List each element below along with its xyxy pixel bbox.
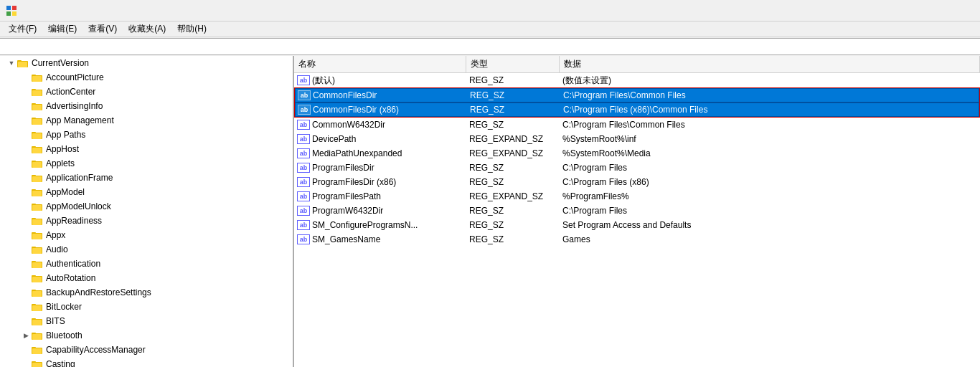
cell-data: C:\Program Files xyxy=(560,204,980,218)
tree-expander[interactable]: ▼ xyxy=(6,57,17,69)
tree-item[interactable]: BitLocker xyxy=(0,300,293,314)
folder-icon xyxy=(32,144,43,154)
tree-expander[interactable] xyxy=(20,129,32,140)
tree-item[interactable]: App Management xyxy=(0,113,293,128)
tree-expander[interactable] xyxy=(20,143,32,155)
table-row[interactable]: abCommonFilesDir (x86)REG_SZC:\Program F… xyxy=(295,103,979,117)
cell-name-text: CommonW6432Dir xyxy=(312,120,385,130)
cell-type: REG_SZ xyxy=(466,218,560,232)
svg-rect-1 xyxy=(12,6,17,10)
menu-help[interactable]: 帮助(H) xyxy=(171,22,212,37)
tree-expander[interactable] xyxy=(20,186,32,198)
tree-expander[interactable] xyxy=(20,315,32,327)
cell-name-text: MediaPathUnexpanded xyxy=(312,148,402,158)
tree-expander[interactable] xyxy=(20,244,32,255)
cell-data: %SystemRoot%\Media xyxy=(560,146,980,161)
tree-item[interactable]: BITS xyxy=(0,314,293,328)
table-row[interactable]: abCommonW6432DirREG_SZC:\Program Files\C… xyxy=(294,118,980,132)
folder-icon xyxy=(32,259,43,269)
table-row[interactable]: abDevicePathREG_EXPAND_SZ%SystemRoot%\in… xyxy=(294,132,980,146)
menu-favorites[interactable]: 收藏夹(A) xyxy=(123,22,171,37)
table-row[interactable]: abProgramFilesPathREG_EXPAND_SZ%ProgramF… xyxy=(294,189,980,204)
tree-item[interactable]: BackupAndRestoreSettings xyxy=(0,285,293,300)
tree-item[interactable]: AppHost xyxy=(0,142,293,156)
tree-expander[interactable] xyxy=(20,229,32,241)
table-row[interactable]: abProgramFilesDirREG_SZC:\Program Files xyxy=(294,161,980,175)
reg-icon: ab xyxy=(297,75,310,85)
tree-expander[interactable]: ▶ xyxy=(20,330,32,341)
table-body[interactable]: ab(默认)REG_SZ(数值未设置)abCommonFilesDirREG_S… xyxy=(294,73,980,367)
tree-item[interactable]: Authentication xyxy=(0,257,293,271)
tree-expander[interactable] xyxy=(20,287,32,298)
tree-item[interactable]: AppReadiness xyxy=(0,214,293,228)
minimize-button[interactable] xyxy=(875,0,908,22)
tree-expander[interactable] xyxy=(20,258,32,270)
folder-icon xyxy=(32,130,43,140)
tree-item[interactable]: Applets xyxy=(0,156,293,171)
tree-item-label: ActionCenter xyxy=(46,87,95,97)
cell-name: abDevicePath xyxy=(294,132,466,146)
cell-name: abCommonFilesDir (x86) xyxy=(295,103,467,117)
col-header-name[interactable]: 名称 xyxy=(294,56,466,73)
reg-icon: ab xyxy=(297,234,310,244)
svg-rect-24 xyxy=(32,148,42,153)
tree-item[interactable]: AppModel xyxy=(0,185,293,199)
tree-expander[interactable] xyxy=(20,172,32,184)
cell-data: Games xyxy=(560,232,980,247)
cell-type: REG_SZ xyxy=(466,175,560,189)
svg-rect-9 xyxy=(32,76,42,82)
tree-expander[interactable] xyxy=(20,272,32,284)
tree-item[interactable]: ActionCenter xyxy=(0,85,293,99)
tree-item-label: AppHost xyxy=(46,144,79,154)
tree-expander[interactable] xyxy=(20,201,32,212)
tree-item[interactable]: AdvertisingInfo xyxy=(0,99,293,113)
tree-item-label: App Management xyxy=(46,115,114,125)
maximize-button[interactable] xyxy=(908,0,941,22)
tree-item[interactable]: Appx xyxy=(0,228,293,242)
tree-item-label: AppReadiness xyxy=(46,216,102,226)
tree-item[interactable]: ApplicationFrame xyxy=(0,171,293,185)
tree-expander[interactable] xyxy=(20,158,32,169)
tree-expander[interactable] xyxy=(20,301,32,313)
cell-name-text: ProgramFilesPath xyxy=(312,191,381,201)
tree-item[interactable]: ▶ Bluetooth xyxy=(0,328,293,343)
tree-item[interactable]: ▼ CurrentVersion xyxy=(0,56,293,70)
tree-item[interactable]: CapabilityAccessManager xyxy=(0,343,293,357)
tree-expander[interactable] xyxy=(20,215,32,227)
svg-rect-6 xyxy=(18,62,27,67)
table-row[interactable]: abSM_GamesNameREG_SZGames xyxy=(294,232,980,247)
menu-file[interactable]: 文件(F) xyxy=(3,22,42,37)
menu-view[interactable]: 查看(V) xyxy=(83,22,123,37)
main-container: ▼ CurrentVersion AccountPicture ActionCe… xyxy=(0,56,980,367)
svg-rect-54 xyxy=(32,291,42,297)
tree-expander[interactable] xyxy=(20,72,32,83)
svg-rect-15 xyxy=(32,105,42,110)
menu-edit[interactable]: 编辑(E) xyxy=(42,22,83,37)
title-bar xyxy=(0,0,980,22)
col-header-type[interactable]: 类型 xyxy=(466,56,560,73)
table-row[interactable]: ab(默认)REG_SZ(数值未设置) xyxy=(294,73,980,87)
tree-expander[interactable] xyxy=(20,344,32,356)
close-button[interactable] xyxy=(941,0,974,22)
tree-item[interactable]: Casting xyxy=(0,357,293,367)
cell-data: C:\Program Files\Common Files xyxy=(560,88,979,103)
folder-icon xyxy=(32,72,43,82)
svg-rect-3 xyxy=(12,11,17,16)
tree-item[interactable]: App Paths xyxy=(0,128,293,142)
tree-item[interactable]: AppModelUnlock xyxy=(0,199,293,214)
tree-expander[interactable] xyxy=(20,358,32,367)
table-row[interactable]: abProgramFilesDir (x86)REG_SZC:\Program … xyxy=(294,175,980,189)
tree-item[interactable]: Audio xyxy=(0,242,293,257)
table-row[interactable]: abSM_ConfigureProgramsN...REG_SZSet Prog… xyxy=(294,218,980,232)
tree-expander[interactable] xyxy=(20,115,32,126)
tree-expander[interactable] xyxy=(20,86,32,97)
col-header-data[interactable]: 数据 xyxy=(560,56,980,73)
table-row[interactable]: abProgramW6432DirREG_SZC:\Program Files xyxy=(294,204,980,218)
tree-expander[interactable] xyxy=(20,100,32,112)
table-row[interactable]: abCommonFilesDirREG_SZC:\Program Files\C… xyxy=(295,88,979,103)
tree-item-label: BITS xyxy=(46,316,65,326)
table-row[interactable]: abMediaPathUnexpandedREG_EXPAND_SZ%Syste… xyxy=(294,146,980,161)
tree-panel[interactable]: ▼ CurrentVersion AccountPicture ActionCe… xyxy=(0,56,294,367)
tree-item[interactable]: AutoRotation xyxy=(0,271,293,285)
tree-item[interactable]: AccountPicture xyxy=(0,70,293,85)
